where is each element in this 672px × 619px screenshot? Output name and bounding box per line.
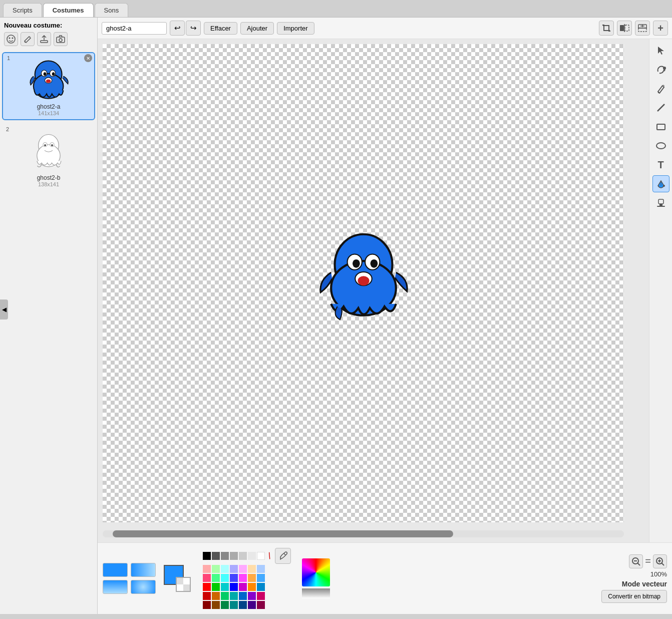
palette-cell[interactable] <box>221 565 229 573</box>
fill-gradient-h[interactable] <box>131 563 156 577</box>
fill-gradient-v[interactable] <box>103 580 128 594</box>
palette-cell[interactable] <box>221 574 229 582</box>
reshape-icon <box>656 65 666 75</box>
palette-cell[interactable] <box>230 574 238 582</box>
tool-rect[interactable] <box>652 118 669 135</box>
palette-cell[interactable] <box>221 601 229 609</box>
palette-cell[interactable] <box>248 583 256 591</box>
palette-cell[interactable] <box>239 565 247 573</box>
redo-button[interactable]: ↪ <box>186 21 201 36</box>
fill-solid[interactable] <box>103 563 128 577</box>
palette-cell[interactable] <box>212 592 220 600</box>
palette-cell[interactable] <box>248 601 256 609</box>
importer-button[interactable]: Importer <box>277 22 314 35</box>
costume-name-input[interactable] <box>102 22 167 35</box>
right-tool-panel: T <box>649 39 672 542</box>
svg-point-32 <box>353 259 360 267</box>
palette-cell[interactable] <box>221 592 229 600</box>
fill-radial[interactable] <box>131 580 156 594</box>
collapse-sidebar-button[interactable]: ◀ <box>0 299 8 320</box>
svg-point-11 <box>52 72 55 76</box>
palette-cell[interactable] <box>230 552 238 560</box>
palette-cell[interactable] <box>203 583 211 591</box>
palette-cell[interactable] <box>203 574 211 582</box>
costume-item-2[interactable]: 2 <box>2 124 95 190</box>
costume-close-1[interactable]: ✕ <box>84 54 92 62</box>
palette-cell[interactable] <box>239 601 247 609</box>
transparent-pattern-icon <box>177 578 190 591</box>
palette-cell[interactable] <box>257 583 265 591</box>
spectrum-picker[interactable] <box>302 558 330 586</box>
palette-cell[interactable] <box>230 601 238 609</box>
tab-bar: Scripts Costumes Sons <box>0 0 672 17</box>
palette-cell[interactable] <box>203 552 211 560</box>
tool-ellipse[interactable] <box>652 137 669 154</box>
tool-text[interactable]: T <box>652 156 669 173</box>
palette-cell[interactable] <box>257 574 265 582</box>
palette-cell[interactable] <box>212 552 220 560</box>
palette-cell[interactable] <box>248 574 256 582</box>
pencil-costume-btn[interactable] <box>21 32 35 46</box>
camera-costume-btn[interactable] <box>54 32 68 46</box>
convert-bitmap-button[interactable]: Convertir en bitmap <box>601 590 667 603</box>
palette-cell[interactable] <box>239 552 247 560</box>
palette-cell[interactable] <box>212 583 220 591</box>
paint-icon <box>7 35 16 44</box>
undo-button[interactable]: ↩ <box>170 21 185 36</box>
palette-cell[interactable] <box>257 592 265 600</box>
palette-cell[interactable] <box>203 601 211 609</box>
brightness-bar[interactable] <box>302 588 330 598</box>
paint-costume-btn[interactable] <box>4 32 18 46</box>
tab-sons[interactable]: Sons <box>95 3 129 17</box>
palette-cell[interactable] <box>230 592 238 600</box>
pencil-tool-icon <box>656 84 666 94</box>
ajouter-button[interactable]: Ajouter <box>240 22 274 35</box>
svg-line-52 <box>661 563 664 565</box>
palette-cell[interactable] <box>257 565 265 573</box>
palette-cell[interactable] <box>230 583 238 591</box>
ghost2b-preview-icon <box>29 129 69 171</box>
palette-cell[interactable] <box>221 583 229 591</box>
flip-h-button[interactable] <box>617 21 632 36</box>
palette-cell[interactable] <box>239 574 247 582</box>
tab-scripts[interactable]: Scripts <box>3 3 42 17</box>
palette-cell[interactable] <box>239 592 247 600</box>
tool-line[interactable] <box>652 99 669 116</box>
tool-reshape[interactable] <box>652 61 669 78</box>
scrollbar-horizontal[interactable] <box>103 530 624 537</box>
palette-cell[interactable] <box>203 565 211 573</box>
zoom-in-button[interactable] <box>653 554 667 568</box>
tool-cursor[interactable] <box>652 42 669 59</box>
crop-button[interactable] <box>599 21 614 36</box>
palette-cell[interactable] <box>212 565 220 573</box>
palette-cell[interactable] <box>248 565 256 573</box>
flip-v-button[interactable] <box>635 21 650 36</box>
dropper-button[interactable] <box>275 548 291 564</box>
tool-stamp[interactable] <box>652 194 669 211</box>
palette-cell[interactable] <box>248 592 256 600</box>
svg-rect-3 <box>41 41 48 43</box>
canvas-checkerboard[interactable] <box>103 44 624 522</box>
background-color-box[interactable] <box>176 577 191 592</box>
transparent-slash: / <box>266 552 274 560</box>
palette-cell[interactable] <box>239 583 247 591</box>
palette-cell[interactable] <box>257 552 265 560</box>
palette-cell[interactable] <box>257 601 265 609</box>
palette-cell[interactable] <box>248 552 256 560</box>
tool-fill[interactable] <box>652 175 669 192</box>
palette-cell[interactable] <box>212 574 220 582</box>
palette-cell[interactable] <box>221 552 229 560</box>
upload-costume-btn[interactable] <box>37 32 51 46</box>
zoom-out-button[interactable] <box>629 554 643 568</box>
effacer-button[interactable]: Effacer <box>204 22 237 35</box>
tab-costumes[interactable]: Costumes <box>43 3 94 17</box>
add-button[interactable]: + <box>653 21 668 36</box>
canvas-container[interactable] <box>98 39 649 542</box>
svg-point-18 <box>44 144 46 146</box>
palette-cell[interactable] <box>203 592 211 600</box>
costume-item-1[interactable]: 1 ✕ <box>2 52 95 120</box>
scrollbar-thumb[interactable] <box>113 530 453 537</box>
tool-pencil[interactable] <box>652 80 669 97</box>
palette-cell[interactable] <box>230 565 238 573</box>
palette-cell[interactable] <box>212 601 220 609</box>
